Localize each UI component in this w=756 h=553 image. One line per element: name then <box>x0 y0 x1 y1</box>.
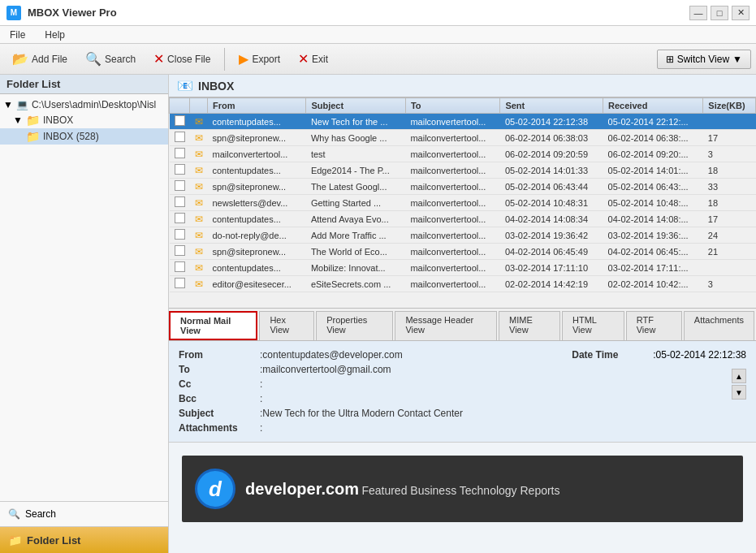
email-sent: 04-02-2014 06:45:49 <box>500 244 603 260</box>
email-checkbox[interactable] <box>175 245 185 256</box>
menu-help[interactable]: Help <box>41 28 68 42</box>
email-checkbox[interactable] <box>175 197 185 207</box>
scroll-up-button[interactable]: ▲ <box>732 369 746 383</box>
col-to[interactable]: To <box>405 98 499 114</box>
subject-label: Subject <box>179 408 260 419</box>
search-button[interactable]: 🔍 Search <box>78 47 143 71</box>
table-row[interactable]: ✉ editor@esitesecer... eSiteSecrets.com … <box>170 276 756 292</box>
email-from: do-not-reply@de... <box>208 227 306 244</box>
email-checkbox[interactable] <box>175 278 185 288</box>
email-subject: eSiteSecrets.com ... <box>306 276 406 292</box>
datetime-value: 05-02-2014 22:12:38 <box>656 349 746 361</box>
folder-bottom-icon: 📁 <box>8 534 22 547</box>
table-row[interactable]: ✉ contentupdates... Edge2014 - The P... … <box>170 162 756 179</box>
preview-datetime-line: Date Time : 05-02-2014 22:12:38 <box>572 348 746 362</box>
preview-header-top: From : contentupdates@developer.com To :… <box>179 348 746 435</box>
table-row[interactable]: ✉ do-not-reply@de... Add More Traffic ..… <box>170 227 756 244</box>
email-checkbox[interactable] <box>175 261 185 272</box>
email-checkbox-cell[interactable] <box>170 130 190 146</box>
switch-view-arrow: ▼ <box>732 54 742 65</box>
col-size[interactable]: Size(KB) <box>703 98 756 114</box>
table-row[interactable]: ✉ spn@sitepronew... The Latest Googl... … <box>170 179 756 195</box>
col-sent[interactable]: Sent <box>500 98 603 114</box>
email-checkbox-cell[interactable] <box>170 260 190 276</box>
table-row[interactable]: ✉ contentupdates... New Tech for the ...… <box>170 114 756 130</box>
sidebar-folder-button[interactable]: 📁 Folder List <box>0 527 168 553</box>
email-size: 3 <box>703 276 756 292</box>
tab-attachments[interactable]: Attachments <box>684 311 754 340</box>
email-checkbox-cell[interactable] <box>170 211 190 227</box>
email-checkbox[interactable] <box>175 180 185 191</box>
col-from[interactable]: From <box>208 98 306 114</box>
close-file-button[interactable]: ✕ Close File <box>146 47 218 71</box>
table-row[interactable]: ✉ mailconvertertool... test mailconverte… <box>170 146 756 162</box>
email-checkbox-cell[interactable] <box>170 227 190 244</box>
email-checkbox[interactable] <box>175 213 185 223</box>
view-tabs: Normal Mail ViewHex ViewProperties ViewM… <box>169 309 756 341</box>
cc-label: Cc <box>179 378 260 390</box>
email-checkbox[interactable] <box>175 164 185 175</box>
preview-from-row: From : contentupdates@developer.com To :… <box>179 346 746 437</box>
email-checkbox-cell[interactable] <box>170 179 190 195</box>
maximize-button[interactable]: □ <box>711 6 728 20</box>
tab-normal[interactable]: Normal Mail View <box>169 311 257 340</box>
email-checkbox-cell[interactable] <box>170 276 190 292</box>
email-checkbox[interactable] <box>175 148 185 158</box>
minimize-button[interactable]: — <box>689 6 707 20</box>
email-received: 03-02-2014 17:11:... <box>603 260 703 276</box>
col-subject[interactable]: Subject <box>306 98 406 114</box>
tab-html[interactable]: HTML View <box>562 311 624 340</box>
export-button[interactable]: ▶ Export <box>231 47 287 71</box>
table-row[interactable]: ✉ spn@sitepronew... The World of Eco... … <box>170 244 756 260</box>
close-button[interactable]: ✕ <box>732 6 750 20</box>
email-subject: Getting Started ... <box>306 195 406 211</box>
add-file-label: Add File <box>32 54 67 65</box>
switch-view-button[interactable]: ⊞ Switch View ▼ <box>657 50 751 69</box>
sidebar-search-button[interactable]: 🔍 Search <box>0 502 168 527</box>
toolbar-separator <box>224 48 225 71</box>
tree-item-root[interactable]: ▼ 💻 C:\Users\admin\Desktop\Nisl <box>0 97 168 112</box>
email-icon: ✉ <box>195 279 203 290</box>
email-icon: ✉ <box>195 181 203 192</box>
menu-file[interactable]: File <box>6 28 28 42</box>
email-checkbox[interactable] <box>175 132 185 142</box>
email-checkbox-cell[interactable] <box>170 195 190 211</box>
sidebar-title: Folder List <box>6 78 60 90</box>
col-received[interactable]: Received <box>603 98 703 114</box>
export-icon: ▶ <box>239 51 248 67</box>
email-checkbox-cell[interactable] <box>170 244 190 260</box>
tab-rtf[interactable]: RTF View <box>626 311 682 340</box>
tree-item-inbox-root[interactable]: ▼ 📁 INBOX <box>0 112 168 128</box>
to-value: mailconvertertool@gmail.com <box>262 364 391 375</box>
email-list[interactable]: From Subject To Sent Received Size(KB) ✉… <box>169 97 756 309</box>
preview-banner: d developer.com Featured Business Techno… <box>182 456 743 522</box>
email-icon: ✉ <box>195 149 203 160</box>
exit-button[interactable]: ✕ Exit <box>291 47 335 71</box>
export-label: Export <box>252 54 280 65</box>
email-checkbox-cell[interactable] <box>170 146 190 162</box>
tab-mime[interactable]: MIME View <box>499 311 560 340</box>
email-checkbox-cell[interactable] <box>170 114 190 130</box>
tree-item-inbox-selected[interactable]: 📁 INBOX (528) <box>0 128 168 145</box>
tab-message-header[interactable]: Message Header View <box>395 311 497 340</box>
email-icon: ✉ <box>195 214 203 225</box>
to-label: To <box>179 364 260 375</box>
table-row[interactable]: ✉ contentupdates... Attend Avaya Evo... … <box>170 211 756 227</box>
email-checkbox-cell[interactable] <box>170 162 190 179</box>
tab-hex[interactable]: Hex View <box>259 311 314 340</box>
email-subject: New Tech for the ... <box>306 114 406 130</box>
table-row[interactable]: ✉ contentupdates... Mobilize: Innovat...… <box>170 260 756 276</box>
tab-properties[interactable]: Properties View <box>316 311 393 340</box>
search-bottom-icon: 🔍 <box>8 508 20 520</box>
tree-expand-icon-2: ▼ <box>13 114 23 126</box>
scroll-down-button[interactable]: ▼ <box>732 385 746 400</box>
add-file-button[interactable]: 📂 Add File <box>5 47 75 71</box>
email-to: mailconvertertool... <box>405 227 499 244</box>
email-list-body: ✉ contentupdates... New Tech for the ...… <box>170 114 756 292</box>
email-checkbox[interactable] <box>175 229 185 240</box>
dev-logo-letter: d <box>209 477 222 502</box>
email-checkbox[interactable] <box>175 115 185 126</box>
email-size: 21 <box>703 244 756 260</box>
table-row[interactable]: ✉ spn@sitepronew... Why has Google ... m… <box>170 130 756 146</box>
table-row[interactable]: ✉ newsletters@dev... Getting Started ...… <box>170 195 756 211</box>
